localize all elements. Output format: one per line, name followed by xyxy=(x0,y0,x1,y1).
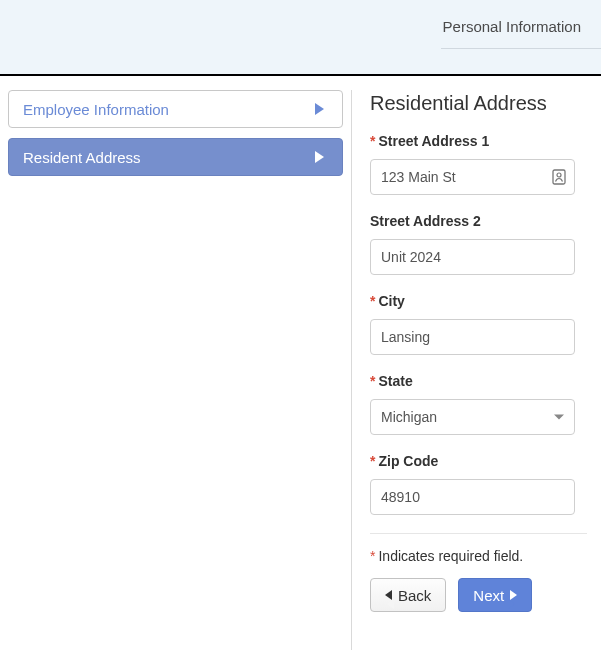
street2-value: Unit 2024 xyxy=(381,249,441,265)
street1-input[interactable]: 123 Main St xyxy=(370,159,575,195)
city-label: *City xyxy=(370,293,587,309)
field-state: *State Michigan xyxy=(370,373,587,435)
street2-input[interactable]: Unit 2024 xyxy=(370,239,575,275)
breadcrumb-underline xyxy=(441,48,601,49)
sidebar-item-employee-information[interactable]: Employee Information xyxy=(8,90,343,128)
sidebar-item-label: Employee Information xyxy=(23,101,169,118)
chevron-right-icon xyxy=(315,151,324,163)
zip-value: 48910 xyxy=(381,489,420,505)
field-city: *City Lansing xyxy=(370,293,587,355)
required-asterisk: * xyxy=(370,548,375,564)
sidebar-item-label: Resident Address xyxy=(23,149,141,166)
required-asterisk: * xyxy=(370,453,375,469)
chevron-right-icon xyxy=(315,103,324,115)
breadcrumb: Personal Information xyxy=(443,18,581,35)
next-button[interactable]: Next xyxy=(458,578,532,612)
field-zip: *Zip Code 48910 xyxy=(370,453,587,515)
chevron-left-icon xyxy=(385,590,392,600)
page-title: Residential Address xyxy=(370,92,587,115)
required-note: *Indicates required field. xyxy=(370,548,587,564)
top-bar: Personal Information xyxy=(0,0,601,76)
field-street1: *Street Address 1 123 Main St xyxy=(370,133,587,195)
required-asterisk: * xyxy=(370,293,375,309)
zip-input[interactable]: 48910 xyxy=(370,479,575,515)
zip-label: *Zip Code xyxy=(370,453,587,469)
street2-label: Street Address 2 xyxy=(370,213,587,229)
state-select[interactable]: Michigan xyxy=(370,399,575,435)
svg-point-1 xyxy=(557,173,561,177)
street1-label: *Street Address 1 xyxy=(370,133,587,149)
field-street2: Street Address 2 Unit 2024 xyxy=(370,213,587,275)
city-value: Lansing xyxy=(381,329,430,345)
street1-value: 123 Main St xyxy=(381,169,456,185)
required-asterisk: * xyxy=(370,133,375,149)
required-asterisk: * xyxy=(370,373,375,389)
autofill-contact-icon xyxy=(552,169,566,185)
state-value: Michigan xyxy=(381,409,437,425)
chevron-down-icon xyxy=(554,415,564,420)
action-bar: Back Next xyxy=(370,578,587,612)
back-button[interactable]: Back xyxy=(370,578,446,612)
sidebar-item-resident-address[interactable]: Resident Address xyxy=(8,138,343,176)
divider xyxy=(370,533,587,534)
sidebar: Employee Information Resident Address xyxy=(0,90,352,650)
content-area: Residential Address *Street Address 1 12… xyxy=(352,90,601,650)
state-label: *State xyxy=(370,373,587,389)
back-label: Back xyxy=(398,587,431,604)
city-input[interactable]: Lansing xyxy=(370,319,575,355)
next-label: Next xyxy=(473,587,504,604)
chevron-right-icon xyxy=(510,590,517,600)
